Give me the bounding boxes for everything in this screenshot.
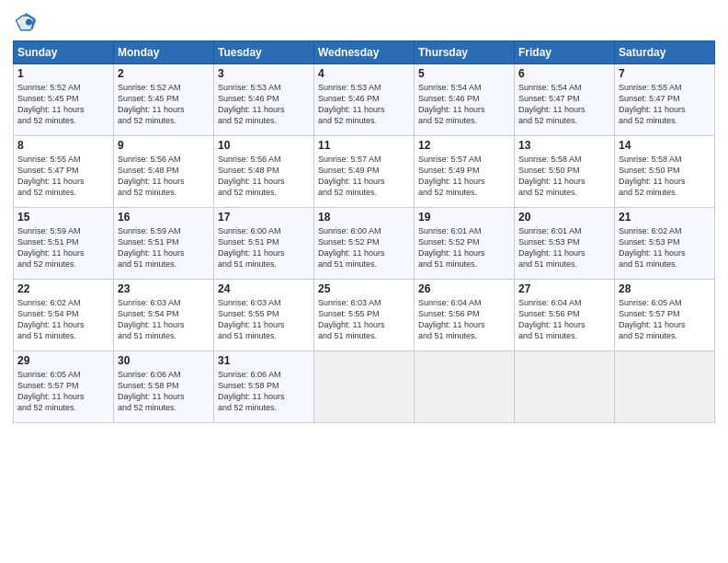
day-number: 10 (218, 139, 310, 152)
day-cell: 26Sunrise: 6:04 AM Sunset: 5:56 PM Dayli… (415, 280, 515, 351)
header-cell-saturday: Saturday (615, 41, 715, 64)
day-cell: 16Sunrise: 5:59 AM Sunset: 5:51 PM Dayli… (114, 208, 214, 280)
calendar-table: SundayMondayTuesdayWednesdayThursdayFrid… (13, 40, 715, 423)
day-info: Sunrise: 6:06 AM Sunset: 5:58 PM Dayligh… (218, 369, 310, 414)
day-info: Sunrise: 6:00 AM Sunset: 5:51 PM Dayligh… (218, 225, 310, 270)
day-info: Sunrise: 6:00 AM Sunset: 5:52 PM Dayligh… (318, 225, 410, 270)
day-info: Sunrise: 5:56 AM Sunset: 5:48 PM Dayligh… (218, 154, 310, 199)
day-number: 11 (318, 139, 410, 152)
week-row-3: 15Sunrise: 5:59 AM Sunset: 5:51 PM Dayli… (14, 208, 715, 280)
day-cell: 11Sunrise: 5:57 AM Sunset: 5:49 PM Dayli… (314, 136, 415, 208)
day-cell: 27Sunrise: 6:04 AM Sunset: 5:56 PM Dayli… (515, 280, 615, 351)
day-number: 21 (619, 211, 711, 224)
day-number: 23 (118, 282, 210, 295)
day-info: Sunrise: 5:55 AM Sunset: 5:47 PM Dayligh… (619, 82, 711, 127)
day-info: Sunrise: 5:56 AM Sunset: 5:48 PM Dayligh… (118, 154, 210, 199)
day-info: Sunrise: 5:57 AM Sunset: 5:49 PM Dayligh… (418, 154, 510, 199)
day-info: Sunrise: 6:05 AM Sunset: 5:57 PM Dayligh… (619, 297, 711, 342)
day-cell (515, 351, 615, 423)
day-number: 3 (218, 67, 310, 80)
day-info: Sunrise: 5:53 AM Sunset: 5:46 PM Dayligh… (218, 82, 310, 127)
day-cell: 30Sunrise: 6:06 AM Sunset: 5:58 PM Dayli… (114, 351, 214, 423)
day-info: Sunrise: 5:54 AM Sunset: 5:46 PM Dayligh… (418, 82, 510, 127)
day-info: Sunrise: 5:57 AM Sunset: 5:49 PM Dayligh… (318, 154, 410, 199)
day-info: Sunrise: 5:54 AM Sunset: 5:47 PM Dayligh… (518, 82, 610, 127)
day-number: 17 (218, 211, 310, 224)
day-info: Sunrise: 6:03 AM Sunset: 5:55 PM Dayligh… (318, 297, 410, 342)
day-number: 1 (17, 67, 109, 80)
day-info: Sunrise: 6:01 AM Sunset: 5:53 PM Dayligh… (518, 225, 610, 270)
day-cell: 31Sunrise: 6:06 AM Sunset: 5:58 PM Dayli… (214, 351, 314, 423)
day-number: 4 (318, 67, 410, 80)
day-info: Sunrise: 5:52 AM Sunset: 5:45 PM Dayligh… (118, 82, 210, 127)
header-cell-sunday: Sunday (14, 41, 114, 64)
day-cell: 8Sunrise: 5:55 AM Sunset: 5:47 PM Daylig… (14, 136, 114, 208)
day-cell: 14Sunrise: 5:58 AM Sunset: 5:50 PM Dayli… (615, 136, 715, 208)
logo-icon (13, 9, 39, 35)
day-number: 16 (118, 211, 210, 224)
day-cell: 22Sunrise: 6:02 AM Sunset: 5:54 PM Dayli… (14, 280, 114, 351)
day-cell: 13Sunrise: 5:58 AM Sunset: 5:50 PM Dayli… (515, 136, 615, 208)
day-number: 22 (17, 282, 109, 295)
day-number: 27 (518, 282, 610, 295)
header-row: SundayMondayTuesdayWednesdayThursdayFrid… (14, 41, 715, 64)
svg-point-2 (26, 19, 32, 26)
day-number: 30 (118, 354, 210, 367)
day-info: Sunrise: 6:03 AM Sunset: 5:55 PM Dayligh… (218, 297, 310, 342)
day-info: Sunrise: 6:05 AM Sunset: 5:57 PM Dayligh… (17, 369, 109, 414)
day-number: 15 (17, 211, 109, 224)
day-number: 6 (518, 67, 610, 80)
header-cell-wednesday: Wednesday (314, 41, 415, 64)
day-number: 28 (619, 282, 711, 295)
week-row-2: 8Sunrise: 5:55 AM Sunset: 5:47 PM Daylig… (14, 136, 715, 208)
day-cell: 21Sunrise: 6:02 AM Sunset: 5:53 PM Dayli… (615, 208, 715, 280)
day-number: 29 (17, 354, 109, 367)
day-cell (615, 351, 715, 423)
day-cell: 10Sunrise: 5:56 AM Sunset: 5:48 PM Dayli… (214, 136, 314, 208)
day-cell (415, 351, 515, 423)
day-number: 19 (418, 211, 510, 224)
day-info: Sunrise: 6:06 AM Sunset: 5:58 PM Dayligh… (118, 369, 210, 414)
day-cell: 29Sunrise: 6:05 AM Sunset: 5:57 PM Dayli… (14, 351, 114, 423)
day-cell: 4Sunrise: 5:53 AM Sunset: 5:46 PM Daylig… (314, 64, 415, 136)
day-number: 8 (17, 139, 109, 152)
day-info: Sunrise: 5:53 AM Sunset: 5:46 PM Dayligh… (318, 82, 410, 127)
day-cell: 12Sunrise: 5:57 AM Sunset: 5:49 PM Dayli… (415, 136, 515, 208)
day-number: 7 (619, 67, 711, 80)
week-row-5: 29Sunrise: 6:05 AM Sunset: 5:57 PM Dayli… (14, 351, 715, 423)
day-cell: 23Sunrise: 6:03 AM Sunset: 5:54 PM Dayli… (114, 280, 214, 351)
header-cell-tuesday: Tuesday (214, 41, 314, 64)
day-cell: 9Sunrise: 5:56 AM Sunset: 5:48 PM Daylig… (114, 136, 214, 208)
day-cell: 2Sunrise: 5:52 AM Sunset: 5:45 PM Daylig… (114, 64, 214, 136)
day-info: Sunrise: 6:02 AM Sunset: 5:53 PM Dayligh… (619, 225, 711, 270)
day-number: 14 (619, 139, 711, 152)
day-cell: 18Sunrise: 6:00 AM Sunset: 5:52 PM Dayli… (314, 208, 415, 280)
header-cell-thursday: Thursday (415, 41, 515, 64)
day-cell: 20Sunrise: 6:01 AM Sunset: 5:53 PM Dayli… (515, 208, 615, 280)
day-number: 13 (518, 139, 610, 152)
day-number: 12 (418, 139, 510, 152)
day-info: Sunrise: 6:04 AM Sunset: 5:56 PM Dayligh… (518, 297, 610, 342)
week-row-4: 22Sunrise: 6:02 AM Sunset: 5:54 PM Dayli… (14, 280, 715, 351)
day-info: Sunrise: 6:03 AM Sunset: 5:54 PM Dayligh… (118, 297, 210, 342)
day-cell: 24Sunrise: 6:03 AM Sunset: 5:55 PM Dayli… (214, 280, 314, 351)
header-cell-friday: Friday (515, 41, 615, 64)
day-info: Sunrise: 5:59 AM Sunset: 5:51 PM Dayligh… (17, 225, 109, 270)
calendar-container: SundayMondayTuesdayWednesdayThursdayFrid… (0, 0, 728, 563)
day-number: 9 (118, 139, 210, 152)
day-cell: 5Sunrise: 5:54 AM Sunset: 5:46 PM Daylig… (415, 64, 515, 136)
day-cell: 19Sunrise: 6:01 AM Sunset: 5:52 PM Dayli… (415, 208, 515, 280)
day-cell (314, 351, 415, 423)
day-cell: 7Sunrise: 5:55 AM Sunset: 5:47 PM Daylig… (615, 64, 715, 136)
day-info: Sunrise: 6:04 AM Sunset: 5:56 PM Dayligh… (418, 297, 510, 342)
day-number: 18 (318, 211, 410, 224)
day-cell: 17Sunrise: 6:00 AM Sunset: 5:51 PM Dayli… (214, 208, 314, 280)
day-cell: 28Sunrise: 6:05 AM Sunset: 5:57 PM Dayli… (615, 280, 715, 351)
day-cell: 3Sunrise: 5:53 AM Sunset: 5:46 PM Daylig… (214, 64, 314, 136)
day-info: Sunrise: 5:58 AM Sunset: 5:50 PM Dayligh… (518, 154, 610, 199)
day-number: 31 (218, 354, 310, 367)
header-cell-monday: Monday (114, 41, 214, 64)
day-cell: 1Sunrise: 5:52 AM Sunset: 5:45 PM Daylig… (14, 64, 114, 136)
day-number: 5 (418, 67, 510, 80)
logo (13, 9, 42, 35)
